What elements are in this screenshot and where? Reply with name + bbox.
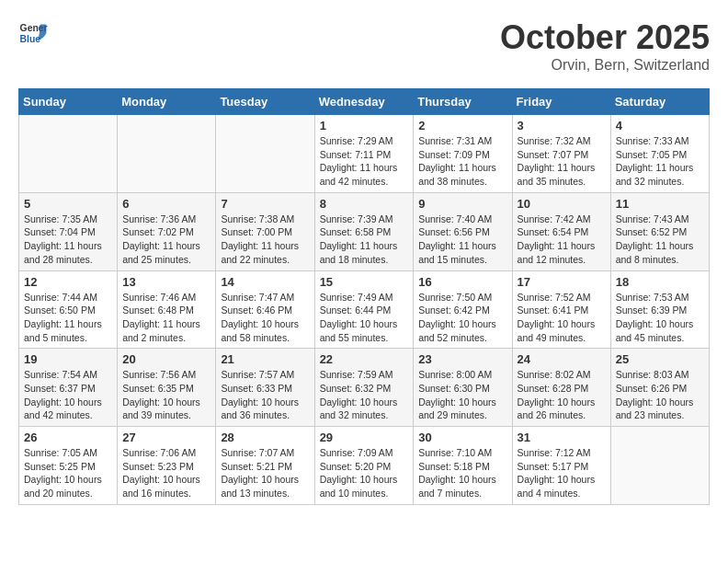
day-info: Sunrise: 7:43 AMSunset: 6:52 PMDaylight:… [616, 213, 704, 267]
day-info: Sunrise: 7:31 AMSunset: 7:09 PMDaylight:… [418, 134, 506, 189]
day-cell: 28Sunrise: 7:07 AMSunset: 5:21 PMDayligh… [216, 427, 314, 505]
day-cell: 5Sunrise: 7:35 AMSunset: 7:04 PMDaylight… [19, 192, 118, 270]
day-cell: 30Sunrise: 7:10 AMSunset: 5:18 PMDayligh… [414, 427, 512, 505]
day-cell: 22Sunrise: 7:59 AMSunset: 6:32 PMDayligh… [314, 349, 414, 427]
day-number: 7 [221, 197, 309, 211]
day-info: Sunrise: 7:12 AMSunset: 5:17 PMDaylight:… [518, 446, 606, 500]
day-info: Sunrise: 7:05 AMSunset: 5:25 PMDaylight:… [24, 446, 112, 500]
week-row-3: 12Sunrise: 7:44 AMSunset: 6:50 PMDayligh… [19, 270, 710, 349]
day-cell: 21Sunrise: 7:57 AMSunset: 6:33 PMDayligh… [216, 349, 314, 427]
day-cell: 20Sunrise: 7:56 AMSunset: 6:35 PMDayligh… [118, 349, 216, 427]
week-row-1: 1Sunrise: 7:29 AMSunset: 7:11 PMDaylight… [19, 115, 710, 193]
weekday-header-sunday: Sunday [19, 89, 118, 115]
day-cell: 9Sunrise: 7:40 AMSunset: 6:56 PMDaylight… [414, 192, 512, 270]
day-cell: 7Sunrise: 7:38 AMSunset: 7:00 PMDaylight… [216, 192, 314, 270]
day-cell: 17Sunrise: 7:52 AMSunset: 6:41 PMDayligh… [512, 270, 610, 349]
day-info: Sunrise: 8:02 AMSunset: 6:28 PMDaylight:… [518, 368, 606, 422]
day-number: 23 [418, 352, 506, 366]
day-cell: 23Sunrise: 8:00 AMSunset: 6:30 PMDayligh… [414, 349, 512, 427]
day-cell: 11Sunrise: 7:43 AMSunset: 6:52 PMDayligh… [610, 192, 709, 270]
day-cell: 4Sunrise: 7:33 AMSunset: 7:05 PMDaylight… [610, 115, 709, 193]
day-number: 4 [616, 119, 704, 132]
day-number: 24 [518, 352, 606, 366]
day-number: 21 [221, 352, 309, 366]
day-cell [118, 115, 216, 193]
calendar-table: SundayMondayTuesdayWednesdayThursdayFrid… [18, 88, 710, 505]
day-number: 19 [24, 352, 112, 366]
day-info: Sunrise: 7:36 AMSunset: 7:02 PMDaylight:… [122, 213, 210, 267]
day-cell: 19Sunrise: 7:54 AMSunset: 6:37 PMDayligh… [19, 349, 118, 427]
day-info: Sunrise: 7:53 AMSunset: 6:39 PMDaylight:… [616, 291, 704, 345]
title-block: October 2025 Orvin, Bern, Switzerland [500, 18, 710, 74]
day-info: Sunrise: 7:49 AMSunset: 6:44 PMDaylight:… [320, 291, 409, 345]
day-cell: 10Sunrise: 7:42 AMSunset: 6:54 PMDayligh… [512, 192, 610, 270]
day-cell: 29Sunrise: 7:09 AMSunset: 5:20 PMDayligh… [314, 427, 414, 505]
day-info: Sunrise: 7:56 AMSunset: 6:35 PMDaylight:… [122, 368, 210, 422]
day-number: 16 [418, 275, 506, 289]
weekday-header-monday: Monday [118, 89, 216, 115]
day-cell: 3Sunrise: 7:32 AMSunset: 7:07 PMDaylight… [512, 115, 610, 193]
day-number: 3 [518, 119, 606, 132]
day-cell: 6Sunrise: 7:36 AMSunset: 7:02 PMDaylight… [118, 192, 216, 270]
day-cell: 8Sunrise: 7:39 AMSunset: 6:58 PMDaylight… [314, 192, 414, 270]
logo: General Blue [18, 18, 48, 48]
day-cell: 13Sunrise: 7:46 AMSunset: 6:48 PMDayligh… [118, 270, 216, 349]
day-number: 9 [418, 197, 506, 211]
weekday-header-thursday: Thursday [414, 89, 512, 115]
day-number: 5 [24, 197, 112, 211]
day-cell: 31Sunrise: 7:12 AMSunset: 5:17 PMDayligh… [512, 427, 610, 505]
day-info: Sunrise: 7:57 AMSunset: 6:33 PMDaylight:… [221, 368, 309, 422]
weekday-header-friday: Friday [512, 89, 610, 115]
svg-text:Blue: Blue [20, 34, 41, 44]
month-title: October 2025 [500, 18, 710, 57]
day-info: Sunrise: 7:10 AMSunset: 5:18 PMDaylight:… [418, 446, 506, 500]
weekday-header-row: SundayMondayTuesdayWednesdayThursdayFrid… [19, 89, 710, 115]
day-info: Sunrise: 7:50 AMSunset: 6:42 PMDaylight:… [418, 291, 506, 345]
day-cell: 16Sunrise: 7:50 AMSunset: 6:42 PMDayligh… [414, 270, 512, 349]
day-number: 22 [320, 352, 409, 366]
day-info: Sunrise: 8:00 AMSunset: 6:30 PMDaylight:… [418, 368, 506, 422]
day-info: Sunrise: 7:42 AMSunset: 6:54 PMDaylight:… [518, 213, 606, 267]
day-info: Sunrise: 7:47 AMSunset: 6:46 PMDaylight:… [221, 291, 309, 345]
weekday-header-wednesday: Wednesday [314, 89, 414, 115]
day-number: 18 [616, 275, 704, 289]
day-number: 8 [320, 197, 409, 211]
day-info: Sunrise: 7:29 AMSunset: 7:11 PMDaylight:… [320, 134, 409, 189]
day-cell [19, 115, 118, 193]
day-info: Sunrise: 7:59 AMSunset: 6:32 PMDaylight:… [320, 368, 409, 422]
day-number: 30 [418, 431, 506, 444]
day-number: 13 [122, 275, 210, 289]
day-cell: 12Sunrise: 7:44 AMSunset: 6:50 PMDayligh… [19, 270, 118, 349]
day-info: Sunrise: 7:32 AMSunset: 7:07 PMDaylight:… [518, 134, 606, 189]
day-info: Sunrise: 7:35 AMSunset: 7:04 PMDaylight:… [24, 213, 112, 267]
day-number: 15 [320, 275, 409, 289]
day-cell: 1Sunrise: 7:29 AMSunset: 7:11 PMDaylight… [314, 115, 414, 193]
day-number: 28 [221, 431, 309, 444]
logo-icon: General Blue [18, 18, 48, 48]
week-row-2: 5Sunrise: 7:35 AMSunset: 7:04 PMDaylight… [19, 192, 710, 270]
day-cell: 26Sunrise: 7:05 AMSunset: 5:25 PMDayligh… [19, 427, 118, 505]
day-info: Sunrise: 7:07 AMSunset: 5:21 PMDaylight:… [221, 446, 309, 500]
weekday-header-tuesday: Tuesday [216, 89, 314, 115]
day-info: Sunrise: 7:54 AMSunset: 6:37 PMDaylight:… [24, 368, 112, 422]
day-cell [610, 427, 709, 505]
day-cell: 18Sunrise: 7:53 AMSunset: 6:39 PMDayligh… [610, 270, 709, 349]
day-number: 17 [518, 275, 606, 289]
day-number: 20 [122, 352, 210, 366]
day-cell: 25Sunrise: 8:03 AMSunset: 6:26 PMDayligh… [610, 349, 709, 427]
day-info: Sunrise: 7:44 AMSunset: 6:50 PMDaylight:… [24, 291, 112, 345]
day-cell: 2Sunrise: 7:31 AMSunset: 7:09 PMDaylight… [414, 115, 512, 193]
day-number: 1 [320, 119, 409, 132]
day-info: Sunrise: 7:33 AMSunset: 7:05 PMDaylight:… [616, 134, 704, 189]
day-number: 14 [221, 275, 309, 289]
day-info: Sunrise: 7:09 AMSunset: 5:20 PMDaylight:… [320, 446, 409, 500]
day-info: Sunrise: 7:40 AMSunset: 6:56 PMDaylight:… [418, 213, 506, 267]
day-cell: 24Sunrise: 8:02 AMSunset: 6:28 PMDayligh… [512, 349, 610, 427]
day-info: Sunrise: 7:46 AMSunset: 6:48 PMDaylight:… [122, 291, 210, 345]
day-info: Sunrise: 7:06 AMSunset: 5:23 PMDaylight:… [122, 446, 210, 500]
day-number: 10 [518, 197, 606, 211]
day-number: 31 [518, 431, 606, 444]
day-number: 11 [616, 197, 704, 211]
day-number: 6 [122, 197, 210, 211]
day-number: 2 [418, 119, 506, 132]
